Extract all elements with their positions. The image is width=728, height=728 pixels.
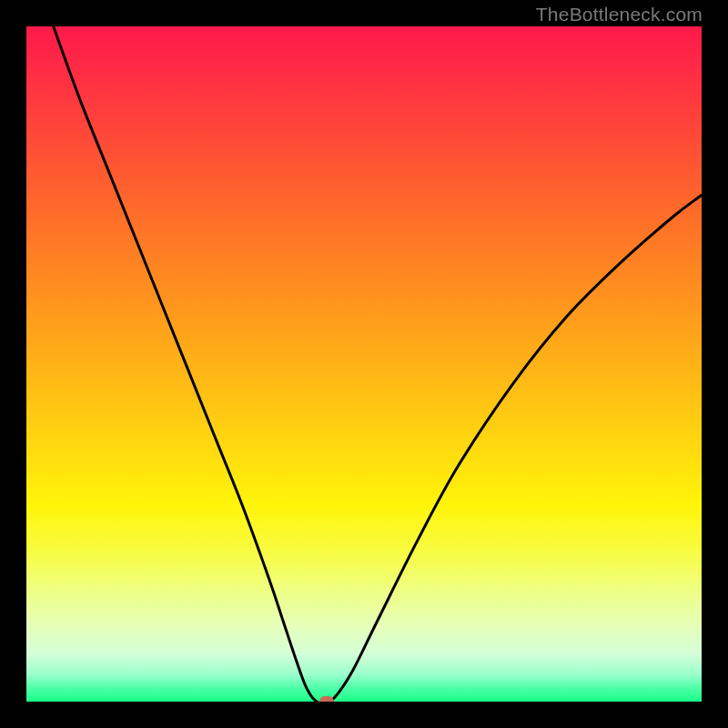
plot-area	[26, 26, 702, 702]
watermark-text: TheBottleneck.com	[536, 4, 703, 25]
chart-frame: TheBottleneck.com	[0, 0, 728, 728]
bottleneck-curve	[26, 26, 702, 702]
optimal-point-marker	[319, 696, 334, 702]
